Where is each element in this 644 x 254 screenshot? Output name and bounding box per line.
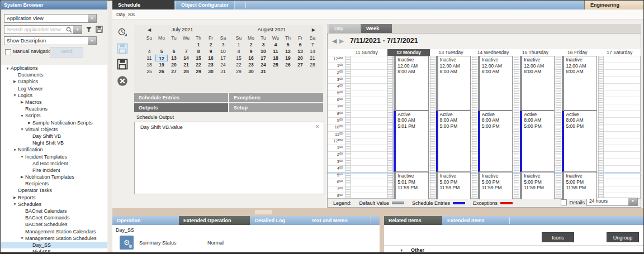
tree-item-macros[interactable]: ▶Macros bbox=[1, 99, 107, 106]
tree-item-nightss[interactable]: NightSS bbox=[1, 248, 107, 252]
tree-item-notification[interactable]: ▼Notification bbox=[1, 146, 107, 153]
tab-text-and-memo[interactable]: Text and Memo bbox=[307, 216, 367, 225]
tree-item-bacnet-schedules[interactable]: BACnet Schedules bbox=[1, 221, 107, 228]
schedule-event-inactive[interactable]: Inactive5:00 PM11:59 PM bbox=[478, 172, 513, 199]
tree-item-documents[interactable]: Documents bbox=[1, 71, 107, 78]
schedule-event-inactive[interactable]: Inactive12:00 AM8:00 AM bbox=[520, 56, 555, 111]
calendar-day-12[interactable]: 12 bbox=[282, 48, 294, 55]
day-column-15-thursday[interactable]: Inactive12:00 AM8:00 AMActive8:00 AM5:00… bbox=[514, 56, 556, 199]
splitter-handle[interactable] bbox=[255, 210, 272, 214]
day-header-11-sunday[interactable]: 11 Sunday bbox=[345, 49, 387, 56]
schedule-event-inactive[interactable]: Inactive5:00 PM11:59 PM bbox=[562, 172, 596, 199]
tree-item-logics[interactable]: ▼Logics bbox=[1, 92, 107, 99]
calendar-day-5[interactable]: 5 bbox=[282, 41, 294, 48]
schedule-event-inactive[interactable]: Inactive12:00 AM8:00 AM bbox=[394, 56, 428, 111]
calendar-day-14[interactable]: 14 bbox=[306, 48, 319, 55]
calendar-day-20[interactable]: 20 bbox=[168, 61, 180, 68]
day-header-13-tuesday[interactable]: 13 Tuesday bbox=[430, 49, 472, 56]
calendar-day-19[interactable]: 19 bbox=[155, 61, 168, 68]
filter-icon[interactable] bbox=[86, 26, 92, 33]
schedule-event-active[interactable]: Active8:00 AM5:00 PM bbox=[562, 111, 596, 172]
tab-week-view[interactable]: Week bbox=[361, 24, 392, 33]
tab-outputs[interactable]: Outputs bbox=[134, 103, 228, 112]
schedule-event-inactive[interactable]: Inactive12:00 AM8:00 AM bbox=[562, 56, 596, 111]
previous-week-icon[interactable]: ◀ bbox=[332, 37, 337, 45]
tree-item-schedules[interactable]: ▼Schedules bbox=[1, 201, 107, 208]
day-header-16-friday[interactable]: 16 Friday bbox=[556, 49, 598, 56]
tree-item-fire-incident[interactable]: Fire Incident bbox=[1, 167, 107, 174]
tree-item-management-station-schedules[interactable]: ▼Management Station Schedules bbox=[1, 235, 107, 242]
tree-item-recipients[interactable]: Recipients bbox=[1, 180, 107, 187]
panel-splitter-horizontal[interactable] bbox=[112, 208, 643, 216]
calendar-day-28[interactable]: 28 bbox=[180, 68, 192, 75]
panel-splitter-vertical[interactable] bbox=[108, 1, 112, 252]
group-row-other[interactable]: ▼ Other bbox=[384, 245, 643, 254]
tab-object-configurator[interactable]: Object Configurator bbox=[175, 1, 235, 9]
day-header-12-monday[interactable]: 12 Monday bbox=[387, 49, 429, 56]
calendar-day-5[interactable]: 5 bbox=[155, 48, 168, 55]
calendar-day-14[interactable]: 14 bbox=[180, 55, 192, 61]
day-column-12-monday[interactable]: Inactive12:00 AM8:00 AMActive8:00 AM5:01… bbox=[388, 56, 430, 199]
tree-item-bacnet-calendars[interactable]: BACnet Calendars bbox=[1, 208, 107, 214]
cancel-icon[interactable] bbox=[117, 75, 128, 87]
tree-item-graphics[interactable]: ▶Graphics bbox=[1, 78, 107, 85]
calendar-day-21[interactable]: 21 bbox=[180, 61, 192, 68]
calendar-day-31[interactable]: 31 bbox=[217, 68, 229, 75]
collapse-arrow-icon[interactable]: ▼ bbox=[19, 155, 25, 159]
calendar-day-24[interactable]: 24 bbox=[217, 61, 229, 68]
tree-item-day-shift-vb[interactable]: Day Shift VB bbox=[1, 133, 107, 140]
calendar-day-16[interactable]: 16 bbox=[205, 55, 217, 61]
schedule-event-active[interactable]: Active8:00 AM5:01 PM bbox=[394, 111, 428, 172]
calendar-day-15[interactable]: 15 bbox=[233, 55, 245, 61]
calendar-day-30[interactable]: 30 bbox=[205, 68, 217, 75]
calendar-day-31[interactable]: 31 bbox=[257, 68, 269, 75]
calendar-day-11[interactable]: 11 bbox=[143, 55, 155, 61]
calendar-day-19[interactable]: 19 bbox=[282, 55, 294, 61]
tree-item-notification-templates[interactable]: ▶Notification Templates bbox=[1, 174, 107, 180]
calendar-day-3[interactable]: 3 bbox=[257, 41, 269, 48]
calendar-day-7[interactable]: 7 bbox=[180, 48, 192, 55]
collapse-arrow-icon[interactable]: ▼ bbox=[19, 127, 25, 131]
calendar-day-17[interactable]: 17 bbox=[257, 55, 269, 61]
schedule-event-inactive[interactable]: Inactive5:01 PM11:59 PM bbox=[394, 172, 428, 199]
tree-item-ad-hoc-incident[interactable]: Ad Hoc Incident bbox=[1, 160, 107, 167]
expand-arrow-icon[interactable]: ▶ bbox=[19, 175, 25, 179]
save-disabled-icon[interactable] bbox=[117, 43, 128, 54]
save-icon[interactable] bbox=[117, 59, 128, 70]
calendar-day-8[interactable]: 8 bbox=[233, 48, 245, 55]
tab-exceptions[interactable]: Exceptions bbox=[229, 93, 323, 102]
tree-item-reports[interactable]: ▶Reports bbox=[1, 194, 107, 201]
day-header-17-saturday[interactable]: 17 Saturday bbox=[599, 49, 641, 56]
calendar-day-6[interactable]: 6 bbox=[168, 48, 180, 55]
remove-output-icon[interactable]: × bbox=[315, 123, 319, 131]
description-select[interactable]: Show Description ▼ bbox=[4, 36, 97, 45]
search-input[interactable]: Search Application View ▼ bbox=[4, 25, 82, 34]
schedule-event-active[interactable]: Active8:00 AM5:00 PM bbox=[478, 111, 513, 172]
bottom-panel-splitter[interactable] bbox=[380, 216, 384, 252]
calendar-day-1[interactable]: 1 bbox=[192, 41, 205, 48]
calendar-day-15[interactable]: 15 bbox=[192, 55, 205, 61]
tab-extended-operation[interactable]: Extended Operation bbox=[179, 216, 250, 225]
calendar-day-10[interactable]: 10 bbox=[217, 48, 229, 55]
tab-setup[interactable]: Setup bbox=[229, 103, 323, 112]
calendar-day-9[interactable]: 9 bbox=[245, 48, 257, 55]
day-column-16-friday[interactable]: Inactive12:00 AM8:00 AMActive8:00 AM5:00… bbox=[556, 56, 598, 199]
collapse-arrow-icon[interactable]: ▼ bbox=[12, 202, 18, 206]
calendar-day-23[interactable]: 23 bbox=[205, 61, 217, 68]
calendar-day-9[interactable]: 9 bbox=[205, 48, 217, 55]
calendar-day-3[interactable]: 3 bbox=[217, 41, 229, 48]
calendar-day-25[interactable]: 25 bbox=[143, 68, 155, 75]
send-button[interactable]: Send bbox=[50, 47, 83, 57]
tree-item-management-station-calendars[interactable]: Management Station Calendars bbox=[1, 228, 107, 235]
tree-item-scripts[interactable]: ▼Scripts bbox=[1, 112, 107, 119]
collapse-arrow-icon[interactable]: ▼ bbox=[19, 236, 25, 240]
calendar-day-27[interactable]: 27 bbox=[168, 68, 180, 75]
calendar-day-8[interactable]: 8 bbox=[192, 48, 205, 55]
calendar-day-29[interactable]: 29 bbox=[233, 68, 245, 75]
calendar-day-28[interactable]: 28 bbox=[306, 61, 319, 68]
schedule-mode-icon[interactable] bbox=[117, 27, 128, 39]
day-column-14-wednesday[interactable]: Inactive12:00 AM8:00 AMActive8:00 AM5:00… bbox=[472, 56, 514, 199]
calendar-day-20[interactable]: 20 bbox=[294, 55, 306, 61]
chevron-down-icon[interactable]: ▼ bbox=[628, 198, 637, 205]
tree-item-operator-tasks[interactable]: Operator Tasks bbox=[1, 187, 107, 194]
